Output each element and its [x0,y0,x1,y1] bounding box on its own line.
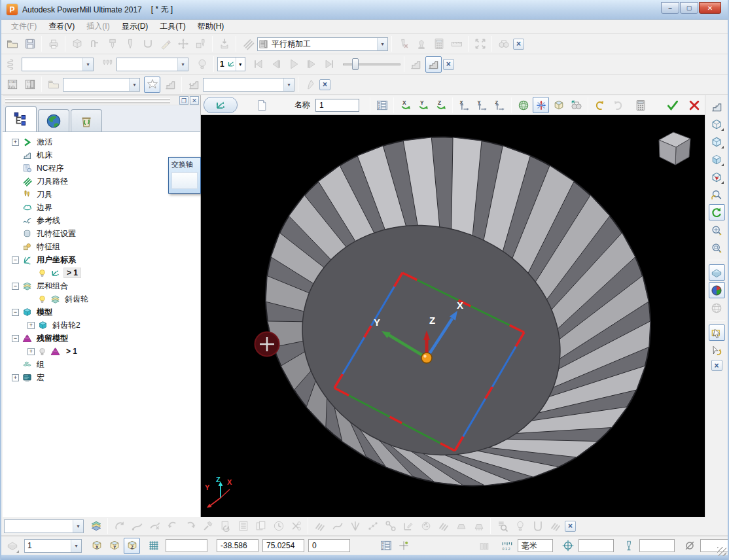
simulation-workplane-spin-arrow[interactable]: ▾ [236,58,245,71]
toolpath-combo-arrow[interactable]: ▾ [82,58,93,71]
simulation-workplane-spin[interactable]: 1▾ [217,57,245,71]
tree-item-boundaries[interactable]: 边界 [3,201,200,214]
update-region-button[interactable] [217,518,234,534]
levels-button[interactable] [88,518,104,534]
tree-item-model-helical-gear-2[interactable]: +斜齿轮2 [3,319,200,332]
redo-button[interactable] [609,97,626,113]
flash-button[interactable] [144,77,160,93]
reorder-links-button[interactable] [547,518,563,534]
visibility-bulb-on-icon[interactable] [37,294,47,304]
new-workplane-button[interactable] [253,97,270,113]
zoom-to-fit-button[interactable] [709,222,725,238]
refresh-view-button[interactable] [709,204,725,220]
rotate-z-button[interactable]: Z [433,97,449,113]
step-forward-button[interactable] [304,56,320,73]
units-field[interactable]: 毫米 [518,539,553,552]
expand-plus-icon[interactable]: + [12,374,19,381]
tree-item-level-helical-gear[interactable]: 斜齿轮 [3,292,200,306]
show-entity-button[interactable] [194,56,210,73]
undo-button[interactable] [592,97,608,113]
grid-size-field[interactable] [166,539,207,552]
plane-z-button[interactable]: Z [124,538,140,554]
step-back-button[interactable] [268,56,285,73]
menu-insert[interactable]: 插入(I) [80,19,115,34]
toolpath-combo[interactable]: ▾ [22,58,94,71]
tree-item-levels-and-sets[interactable]: −层和组合 [3,279,200,292]
edit-links-button[interactable] [529,518,546,534]
resize-grip[interactable] [717,547,726,556]
coords-list-button[interactable]: XYZ [378,538,394,554]
cursor-undo-button[interactable] [709,342,725,359]
expand-plus-icon[interactable]: + [27,348,35,355]
leads-links-button[interactable] [139,36,156,52]
cursor-z-field[interactable]: 0 [308,539,350,552]
title-bar[interactable]: P Autodesk PowerMill Ultimate 2017 [ * 无… [1,0,728,20]
block-display-status[interactable] [4,538,20,554]
position-combo[interactable]: ▾ [203,78,294,92]
cancel-button[interactable] [686,97,702,113]
holder-check-button[interactable] [512,518,528,534]
plane-x-button[interactable]: X [88,538,105,554]
shading-options-button[interactable] [709,282,725,298]
multicolor-view-button[interactable] [709,169,725,185]
diameter-icon[interactable] [681,538,698,554]
copy-toolpath-button[interactable] [253,518,269,534]
explorer-tab[interactable] [5,106,37,131]
tolerance-field[interactable] [578,539,614,552]
toolpath-strategy-button[interactable] [240,36,256,52]
translucent-view-button[interactable] [709,133,725,150]
tree-item-stock-models[interactable]: −残留模型 [3,332,200,345]
feeds-fan-button[interactable] [347,518,363,534]
wireframe-view-button[interactable] [709,116,725,132]
accept-button[interactable] [664,97,681,113]
translate-y-button[interactable]: Y [474,97,490,113]
print-button[interactable] [45,36,62,52]
transform-toolpath-button[interactable] [111,518,128,534]
tree-item-macros[interactable]: +宏 [3,371,200,384]
tree-item-active[interactable]: +激活 [3,135,200,149]
feed-rate-button[interactable] [86,36,103,52]
menu-view[interactable]: 查看(V) [43,19,80,34]
machine-combo-arrow[interactable]: ▾ [129,79,139,91]
cursor-y-field[interactable]: 75.0254 [262,539,304,552]
expand-minus-icon[interactable]: − [12,256,19,264]
cursor-x-field[interactable]: -38.586 [217,539,258,552]
speed-slider[interactable] [343,58,400,71]
machine-toolbar-close-button[interactable]: × [319,79,330,90]
tree-item-hole-feature-sets[interactable]: 孔特征设置 [3,227,200,240]
strategy-combo[interactable]: 平行精加工▾ [257,37,388,51]
plane-y-button[interactable]: Y [106,538,122,554]
go-to-start-button[interactable] [251,56,267,73]
tree-item-workplanes[interactable]: −用户坐标系 [3,253,200,266]
trim-toolpath-button[interactable] [147,518,163,534]
tree-item-stock-model-1[interactable]: +> 1 [3,345,200,358]
nc-preferences-button[interactable]: LOAD [4,77,20,93]
visibility-bulb-off-icon[interactable] [37,347,47,357]
panel-float-button[interactable]: ❐ [179,96,188,105]
orient-sphere-button[interactable] [515,97,531,113]
name-input[interactable]: 1 [315,99,359,112]
panel-grip[interactable]: ❐ ✕ [3,96,200,105]
panel-close-button[interactable]: ✕ [190,96,199,105]
insert-points-button[interactable] [364,518,381,534]
zoom-previous-button[interactable] [709,186,725,203]
minimize-button[interactable] [661,2,679,14]
find-workplane-button[interactable] [568,97,584,113]
go-to-end-button[interactable] [321,56,338,73]
attach-links-button[interactable] [382,518,399,534]
translate-x-button[interactable]: X [456,97,472,113]
expand-minus-icon[interactable]: − [12,283,19,290]
menu-help[interactable]: 帮助(H) [192,19,230,34]
toolpath-edit-combo-arrow[interactable]: ▾ [73,520,83,533]
tool-status-icon[interactable] [476,538,492,554]
tool-button[interactable] [104,36,120,52]
menu-file[interactable]: 文件(F) [5,19,43,34]
open-machine-button[interactable] [45,77,62,93]
simulation-toolbar-close-button[interactable]: × [443,59,454,70]
swap-axes-button[interactable] [533,97,549,113]
visibility-bulb-on-icon[interactable] [37,268,47,278]
tool-tip-field[interactable] [639,539,675,552]
reorder-segments-button[interactable] [435,518,452,534]
play-button[interactable] [286,56,302,73]
open-project-button[interactable] [4,36,20,52]
